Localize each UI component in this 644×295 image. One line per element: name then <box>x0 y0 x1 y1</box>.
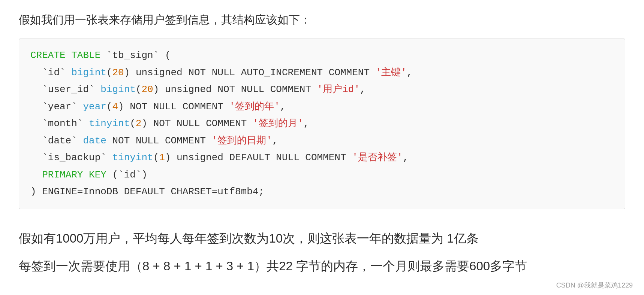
code-span: `month` <box>30 118 89 129</box>
code-span: DEFAULT NULL <box>229 152 300 163</box>
code-span: tinyint <box>112 152 153 163</box>
code-span: NOT NULL <box>188 67 235 78</box>
code-span: NOT NULL <box>153 118 200 129</box>
code-span: COMMENT <box>165 135 206 146</box>
code-span: 20 <box>112 67 124 78</box>
code-span: 4 <box>112 101 118 112</box>
code-span: '主键' <box>370 67 407 78</box>
code-span: '是否补签' <box>346 152 403 163</box>
code-span: TABLE <box>71 50 100 61</box>
code-span: `user_id` <box>30 84 100 95</box>
code-span <box>300 152 306 163</box>
code-span: PRIMARY KEY <box>42 169 106 180</box>
code-span <box>177 101 183 112</box>
code-span: ) <box>141 118 153 129</box>
code-span: ) ENGINE=InnoDB DEFAULT CHARSET=utf8mb4; <box>30 186 264 197</box>
code-span: COMMENT <box>183 101 223 112</box>
code-span: , <box>407 67 413 78</box>
code-span: NOT NULL <box>217 84 264 95</box>
code-span: , <box>272 135 278 146</box>
code-span <box>159 135 165 146</box>
code-span: `id` <box>30 67 71 78</box>
code-span: ) unsigned <box>124 67 189 78</box>
code-span: , <box>403 152 409 163</box>
bottom-text-2: 每签到一次需要使用（8 + 8 + 1 + 1 + 3 + 1）共22 字节的内… <box>19 256 625 277</box>
code-span: 2 <box>136 118 142 129</box>
code-span: , <box>280 101 286 112</box>
code-span: NOT NULL <box>112 135 159 146</box>
bottom-text-1: 假如有1000万用户，平均每人每年签到次数为10次，则这张表一年的数据量为 1亿… <box>19 228 625 249</box>
code-span: date <box>83 135 106 146</box>
code-span: , <box>360 84 366 95</box>
code-span: COMMENT <box>270 84 311 95</box>
code-block: CREATE TABLE `tb_sign` ( `id` bigint(20)… <box>19 39 625 209</box>
code-span: '用户id' <box>311 84 360 95</box>
code-span: (`id`) <box>106 169 147 180</box>
code-span: ( <box>153 152 159 163</box>
code-span: ) unsigned <box>165 152 229 163</box>
code-span: `tb_sign` ( <box>100 50 171 61</box>
code-span: bigint <box>71 67 106 78</box>
code-span: COMMENT <box>329 67 370 78</box>
code-span: , <box>303 118 309 129</box>
code-span: COMMENT <box>206 118 247 129</box>
code-span: 20 <box>141 84 153 95</box>
code-span: ) unsigned <box>153 84 218 95</box>
code-span: `year` <box>30 101 83 112</box>
code-span: ( <box>106 67 112 78</box>
intro-text: 假如我们用一张表来存储用户签到信息，其结构应该如下： <box>19 11 625 28</box>
code-span: NOT NULL <box>130 101 177 112</box>
bottom-section: 假如有1000万用户，平均每人每年签到次数为10次，则这张表一年的数据量为 1亿… <box>19 228 625 277</box>
code-span: 1 <box>159 152 165 163</box>
code-span <box>30 169 42 180</box>
code-span: `date` <box>30 135 83 146</box>
code-span: '签到的月' <box>247 118 303 129</box>
code-span: COMMENT <box>305 152 346 163</box>
code-span: year <box>83 101 106 112</box>
code-span: ( <box>106 101 112 112</box>
code-span <box>106 135 112 146</box>
code-span <box>66 50 72 61</box>
code-span: CREATE <box>30 50 66 61</box>
watermark: CSDN @我就是菜鸡1229 <box>556 281 633 290</box>
code-span: ( <box>130 118 136 129</box>
code-span: bigint <box>100 84 136 95</box>
code-span <box>200 118 206 129</box>
code-span: `is_backup` <box>30 152 112 163</box>
code-span: '签到的年' <box>223 101 280 112</box>
code-span: ( <box>136 84 142 95</box>
code-span: tinyint <box>89 118 130 129</box>
code-span: '签到的日期' <box>206 135 272 146</box>
code-span: AUTO_INCREMENT <box>235 67 329 78</box>
code-span <box>264 84 270 95</box>
code-span: ) <box>118 101 130 112</box>
